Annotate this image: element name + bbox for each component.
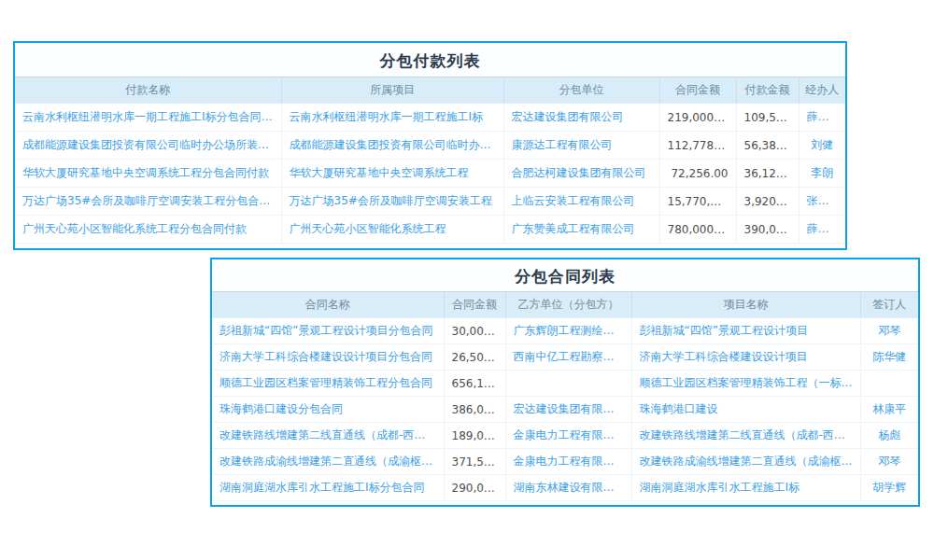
subcontract-payment-table: 付款名称所属项目分包单位合同金额付款金额经办人 云南水利枢纽潜明水库一期工程施工… bbox=[15, 77, 845, 244]
payment-name-cell[interactable]: 广州天心苑小区智能化系统工程分包合同付款 bbox=[15, 216, 281, 244]
column-header-2: 分包单位 bbox=[503, 77, 659, 104]
contract-name-cell[interactable]: 改建铁路线增建第二线直通线（成都-西安）电力线... bbox=[212, 423, 444, 449]
project-name-cell[interactable]: 广州天心苑小区智能化系统工程 bbox=[281, 216, 503, 244]
column-header-0: 付款名称 bbox=[15, 77, 281, 104]
column-header-5: 经办人 bbox=[799, 77, 845, 104]
column-header-2: 乙方单位（分包方） bbox=[505, 292, 631, 318]
payment-amount-cell: 390,000.00 bbox=[736, 216, 799, 244]
subcontractor-cell[interactable]: 宏达建设集团有限公司 bbox=[503, 104, 659, 132]
subcontractor-cell[interactable]: 上临云安装工程有限公司 bbox=[503, 188, 659, 216]
project-name-cell[interactable]: 云南水利枢纽潜明水库一期工程施工I标 bbox=[281, 104, 503, 132]
table-row: 万达广场35#会所及咖啡厅空调安装工程分包合同付款万达广场35#会所及咖啡厅空调… bbox=[15, 188, 845, 216]
contract-amount-cell: 189,000.00 bbox=[444, 423, 505, 449]
table-row: 改建铁路线增建第二线直通线（成都-西安）电力线...189,000.00金康电力… bbox=[212, 423, 918, 449]
contract-table-header: 合同名称合同金额乙方单位（分包方）项目名称签订人 bbox=[212, 292, 918, 318]
contract-amount-cell: 26,500.00 bbox=[444, 344, 505, 371]
project-name-cell[interactable]: 顺德工业园区档案管理精装饰工程（一标段） bbox=[631, 371, 860, 397]
payment-amount-cell: 36,128.00 bbox=[736, 160, 799, 188]
party-b-cell bbox=[505, 371, 631, 397]
contract-amount-cell: 30,000.00 bbox=[444, 318, 505, 344]
subcontractor-cell[interactable]: 合肥达柯建设集团有限公司 bbox=[503, 160, 659, 188]
contract-name-cell[interactable]: 改建铁路成渝线增建第二直通线（成渝枢纽）电力... bbox=[212, 449, 444, 475]
signer-cell[interactable]: 林康平 bbox=[860, 397, 918, 423]
contract-amount-cell: 780,000.00 bbox=[659, 216, 736, 244]
table-row: 珠海鹤港口建设分包合同386,000.00宏达建设集团有限公司珠海鹤港口建设林康… bbox=[212, 397, 918, 423]
contract-amount-cell: 656,123.00 bbox=[444, 371, 505, 397]
payment-table-header: 付款名称所属项目分包单位合同金额付款金额经办人 bbox=[15, 77, 845, 104]
table-row: 彭祖新城“四馆”景观工程设计项目分包合同30,000.00广东辉朗工程测绘公司彭… bbox=[212, 318, 918, 344]
payment-name-cell[interactable]: 云南水利枢纽潜明水库一期工程施工I标分包合同付款 bbox=[15, 104, 281, 132]
party-b-cell[interactable]: 金康电力工程有限公司 bbox=[505, 449, 631, 475]
contract-table-title: 分包合同列表 bbox=[212, 259, 918, 291]
table-row: 济南大学工科综合楼建设设计项目分包合同26,500.00西南中亿工程勘察公司济南… bbox=[212, 344, 918, 371]
project-name-cell[interactable]: 济南大学工科综合楼建设设计项目 bbox=[631, 344, 860, 371]
contract-amount-cell: 371,500.00 bbox=[444, 449, 505, 475]
contract-amount-cell: 290,000.00 bbox=[444, 475, 505, 501]
handler-cell[interactable]: 李朗 bbox=[799, 160, 845, 188]
signer-cell[interactable]: 邓琴 bbox=[860, 318, 918, 344]
party-b-cell[interactable]: 湖南东林建设有限公司 bbox=[505, 475, 631, 501]
project-name-cell[interactable]: 改建铁路线增建第二线直通线（成都-西安）电力线... bbox=[631, 423, 860, 449]
contract-amount-cell: 219,000.00 bbox=[659, 104, 736, 132]
party-b-cell[interactable]: 广东辉朗工程测绘公司 bbox=[505, 318, 631, 344]
table-row: 成都能源建设集团投资有限公司临时办公场所装修改造...成都能源建设集团投资有限公… bbox=[15, 132, 845, 160]
column-header-4: 付款金额 bbox=[736, 77, 799, 104]
signer-cell[interactable]: 杨彪 bbox=[860, 423, 918, 449]
contract-name-cell[interactable]: 彭祖新城“四馆”景观工程设计项目分包合同 bbox=[212, 318, 444, 344]
column-header-1: 合同金额 bbox=[444, 292, 505, 318]
signer-cell[interactable]: 邓琴 bbox=[860, 449, 918, 475]
project-name-cell[interactable]: 湖南洞庭湖水库引水工程施工I标 bbox=[631, 475, 860, 501]
table-row: 顺德工业园区档案管理精装饰工程分包合同656,123.00顺德工业园区档案管理精… bbox=[212, 371, 918, 397]
party-b-cell[interactable]: 金康电力工程有限公司 bbox=[505, 423, 631, 449]
payment-amount-cell: 3,920,96... bbox=[736, 188, 799, 216]
signer-cell[interactable]: 胡学辉 bbox=[860, 475, 918, 501]
subcontract-payment-panel: 分包付款列表 付款名称所属项目分包单位合同金额付款金额经办人 云南水利枢纽潜明水… bbox=[13, 41, 847, 250]
party-b-cell[interactable]: 西南中亿工程勘察公司 bbox=[505, 344, 631, 371]
project-name-cell[interactable]: 珠海鹤港口建设 bbox=[631, 397, 860, 423]
handler-cell[interactable]: 刘健 bbox=[799, 132, 845, 160]
contract-name-cell[interactable]: 湖南洞庭湖水库引水工程施工I标分包合同 bbox=[212, 475, 444, 501]
payment-table-title: 分包付款列表 bbox=[15, 43, 845, 77]
column-header-4: 签订人 bbox=[860, 292, 918, 318]
handler-cell[interactable]: 薛保丰 bbox=[799, 216, 845, 244]
table-row: 广州天心苑小区智能化系统工程分包合同付款广州天心苑小区智能化系统工程广东赞美成工… bbox=[15, 216, 845, 244]
payment-amount-cell: 56,389.00 bbox=[736, 132, 799, 160]
contract-name-cell[interactable]: 顺德工业园区档案管理精装饰工程分包合同 bbox=[212, 371, 444, 397]
project-name-cell[interactable]: 成都能源建设集团投资有限公司临时办公场所... bbox=[281, 132, 503, 160]
column-header-1: 所属项目 bbox=[281, 77, 503, 104]
project-name-cell[interactable]: 万达广场35#会所及咖啡厅空调安装工程 bbox=[281, 188, 503, 216]
subcontract-contract-panel: 分包合同列表 合同名称合同金额乙方单位（分包方）项目名称签订人 彭祖新城“四馆”… bbox=[210, 258, 920, 507]
handler-cell[interactable]: 薛保丰 bbox=[799, 104, 845, 132]
table-row: 云南水利枢纽潜明水库一期工程施工I标分包合同付款云南水利枢纽潜明水库一期工程施工… bbox=[15, 104, 845, 132]
column-header-3: 项目名称 bbox=[631, 292, 860, 318]
party-b-cell[interactable]: 宏达建设集团有限公司 bbox=[505, 397, 631, 423]
contract-name-cell[interactable]: 济南大学工科综合楼建设设计项目分包合同 bbox=[212, 344, 444, 371]
subcontract-contract-table: 合同名称合同金额乙方单位（分包方）项目名称签订人 彭祖新城“四馆”景观工程设计项… bbox=[212, 291, 918, 501]
signer-cell[interactable]: 陈华健 bbox=[860, 344, 918, 371]
contract-amount-cell: 112,778.00 bbox=[659, 132, 736, 160]
contract-amount-cell: 72,256.00 bbox=[659, 160, 736, 188]
contract-amount-cell: 386,000.00 bbox=[444, 397, 505, 423]
contract-name-cell[interactable]: 珠海鹤港口建设分包合同 bbox=[212, 397, 444, 423]
table-row: 改建铁路成渝线增建第二直通线（成渝枢纽）电力...371,500.00金康电力工… bbox=[212, 449, 918, 475]
payment-name-cell[interactable]: 华软大厦研究基地中央空调系统工程分包合同付款 bbox=[15, 160, 281, 188]
column-header-3: 合同金额 bbox=[659, 77, 736, 104]
project-name-cell[interactable]: 彭祖新城“四馆”景观工程设计项目 bbox=[631, 318, 860, 344]
signer-cell bbox=[860, 371, 918, 397]
handler-cell[interactable]: 张小东 bbox=[799, 188, 845, 216]
contract-amount-cell: 15,770,00... bbox=[659, 188, 736, 216]
payment-name-cell[interactable]: 万达广场35#会所及咖啡厅空调安装工程分包合同付款 bbox=[15, 188, 281, 216]
column-header-0: 合同名称 bbox=[212, 292, 444, 318]
subcontractor-cell[interactable]: 广东赞美成工程有限公司 bbox=[503, 216, 659, 244]
subcontractor-cell[interactable]: 康源达工程有限公司 bbox=[503, 132, 659, 160]
payment-amount-cell: 109,500.00 bbox=[736, 104, 799, 132]
payment-name-cell[interactable]: 成都能源建设集团投资有限公司临时办公场所装修改造... bbox=[15, 132, 281, 160]
table-row: 湖南洞庭湖水库引水工程施工I标分包合同290,000.00湖南东林建设有限公司湖… bbox=[212, 475, 918, 501]
table-row: 华软大厦研究基地中央空调系统工程分包合同付款华软大厦研究基地中央空调系统工程合肥… bbox=[15, 160, 845, 188]
project-name-cell[interactable]: 改建铁路成渝线增建第二直通线（成渝枢纽）电力... bbox=[631, 449, 860, 475]
project-name-cell[interactable]: 华软大厦研究基地中央空调系统工程 bbox=[281, 160, 503, 188]
